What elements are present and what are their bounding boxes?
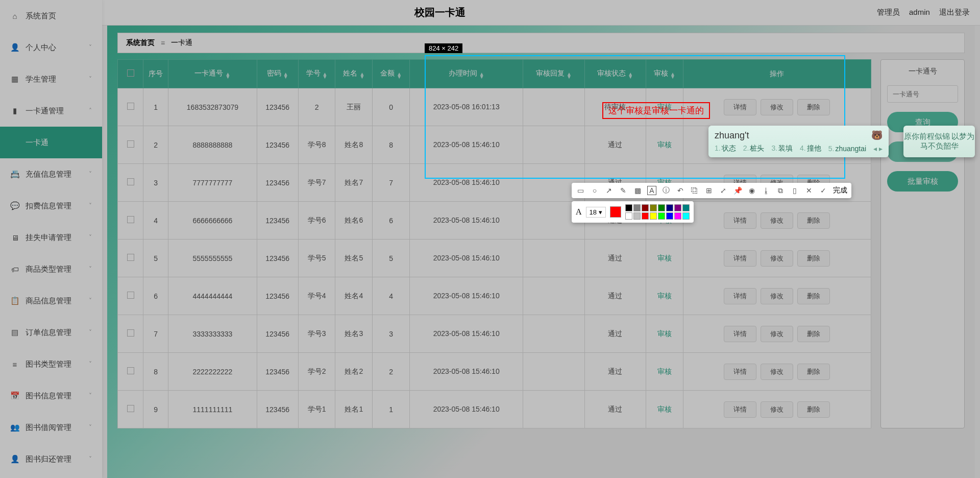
sidebar-item-12[interactable]: 📅图书信息管理˅ [0,380,102,412]
row-delete-button[interactable]: 删除 [797,401,830,418]
tool-download-icon[interactable]: ⭳ [762,186,771,195]
filter-card-input[interactable] [887,85,958,103]
tool-text-icon[interactable]: A [647,186,656,195]
col-header-3[interactable]: 密码▲▼ [257,60,298,88]
sidebar-item-2[interactable]: ▦学生管理˅ [0,63,102,95]
row-delete-button[interactable]: 删除 [797,288,830,304]
sidebar-item-6[interactable]: 💬扣费信息管理˅ [0,190,102,222]
current-color-swatch[interactable] [610,206,621,218]
tool-undo-icon[interactable]: ↶ [676,186,685,195]
user-name[interactable]: admin [909,8,930,16]
color-swatch[interactable] [633,212,641,220]
tool-copy-icon[interactable]: ⧉ [776,186,785,195]
edit-button[interactable]: 修改 [761,326,793,342]
ime-settings-icon[interactable]: 🐻 [871,130,883,141]
sidebar-item-13[interactable]: 👥图书借阅管理˅ [0,412,102,443]
ime-next-icon[interactable]: ▸ [879,145,883,153]
color-swatch[interactable] [642,204,649,211]
tool-crop-icon[interactable]: ⤢ [719,186,728,195]
ime-candidate[interactable]: 5.zhuangtai [828,145,866,153]
edit-button[interactable]: 修改 [761,250,793,267]
edit-button[interactable]: 修改 [761,288,793,304]
row-checkbox[interactable] [127,405,134,412]
tool-mosaic-icon[interactable]: ▩ [633,186,642,195]
edit-button[interactable]: 修改 [761,212,793,229]
tool-pin-icon[interactable]: 📌 [733,186,742,195]
col-header-5[interactable]: 姓名▲▼ [335,60,373,88]
select-all-checkbox[interactable] [127,69,134,77]
color-swatch[interactable] [625,212,632,220]
detail-button[interactable]: 详情 [724,212,756,229]
color-swatch[interactable] [674,212,681,220]
col-header-6[interactable]: 金额▲▼ [373,60,410,88]
sidebar-item-7[interactable]: 🖥挂失申请管理˅ [0,222,102,253]
color-swatch[interactable] [633,204,641,211]
sidebar-item-14[interactable]: 👤图书归还管理˅ [0,443,102,475]
sidebar-item-10[interactable]: ▤订单信息管理˅ [0,317,102,348]
audit-link[interactable]: 审核 [657,292,672,300]
col-header-4[interactable]: 学号▲▼ [298,60,335,88]
col-header-0[interactable] [118,60,143,88]
row-delete-button[interactable]: 删除 [797,250,830,267]
font-size-select[interactable]: 18 ▾ [586,207,606,218]
sidebar-item-11[interactable]: ≡图书类型管理˅ [0,348,102,380]
detail-button[interactable]: 详情 [724,401,756,418]
sort-icon[interactable]: ▲▼ [225,73,230,79]
breadcrumb-home[interactable]: 系统首页 [126,38,155,47]
color-swatch[interactable] [642,212,649,220]
row-checkbox[interactable] [127,140,134,148]
row-checkbox[interactable] [127,178,134,185]
audit-link[interactable]: 审核 [657,254,672,262]
detail-button[interactable]: 详情 [724,288,756,304]
color-swatch[interactable] [674,204,681,211]
tool-share-icon[interactable]: ▯ [790,186,799,195]
color-swatch[interactable] [682,212,690,220]
ime-candidate[interactable]: 2.桩头 [743,144,765,153]
batch-audit-button[interactable]: 批量审核 [887,171,958,192]
color-swatch[interactable] [658,212,665,220]
tool-rect-icon[interactable]: ▭ [576,186,585,195]
detail-button[interactable]: 详情 [724,250,756,267]
color-swatch[interactable] [682,204,690,211]
ime-candidate[interactable]: 1.状态 [715,144,736,153]
edit-button[interactable]: 修改 [761,364,793,380]
row-delete-button[interactable]: 删除 [797,364,830,380]
tool-confirm-icon[interactable]: ✓ [819,186,828,195]
row-checkbox[interactable] [127,367,134,374]
col-header-1[interactable]: 序号 [143,60,168,88]
tool-arrow-icon[interactable]: ↗ [604,186,614,195]
sort-icon[interactable]: ▲▼ [283,73,288,79]
row-checkbox[interactable] [127,292,134,299]
sidebar-item-1[interactable]: 👤个人中心˅ [0,32,102,63]
tool-ocr-icon[interactable]: ⊞ [704,186,714,195]
tool-done-label[interactable]: 完成 [833,186,847,195]
color-swatch[interactable] [666,212,673,220]
sidebar-item-0[interactable]: ⌂系统首页 [0,0,102,32]
ime-candidate[interactable]: 4.撞他 [800,144,821,153]
sidebar-item-3[interactable]: ▮一卡通管理˄ [0,95,102,127]
tool-circle-icon[interactable]: ○ [590,186,599,195]
row-checkbox[interactable] [127,329,134,337]
detail-button[interactable]: 详情 [724,364,756,380]
color-swatch[interactable] [658,204,665,211]
logout-link[interactable]: 退出登录 [939,8,970,16]
ime-prev-icon[interactable]: ◂ [873,145,877,153]
row-delete-button[interactable]: 删除 [797,212,830,229]
audit-link[interactable]: 审核 [657,367,672,375]
sort-icon[interactable]: ▲▼ [359,73,364,79]
sidebar-item-4[interactable]: 一卡通 [0,127,102,158]
row-checkbox[interactable] [127,103,134,110]
row-checkbox[interactable] [127,254,134,261]
audit-link[interactable]: 审核 [657,405,672,413]
color-swatch[interactable] [650,212,657,220]
color-swatch[interactable] [650,204,657,211]
detail-button[interactable]: 详情 [724,326,756,342]
tool-info-icon[interactable]: ⓘ [662,186,671,195]
sidebar-item-8[interactable]: 🏷商品类型管理˅ [0,253,102,285]
color-swatch[interactable] [625,204,632,211]
sidebar-item-5[interactable]: 📇充值信息管理˅ [0,158,102,190]
edit-button[interactable]: 修改 [761,401,793,418]
tool-close-icon[interactable]: ✕ [804,186,814,195]
ime-candidate-popup[interactable]: zhuang't 🐻 1.状态2.桩头3.装填4.撞他5.zhuangtai◂ … [708,126,889,157]
sort-icon[interactable]: ▲▼ [397,73,402,79]
